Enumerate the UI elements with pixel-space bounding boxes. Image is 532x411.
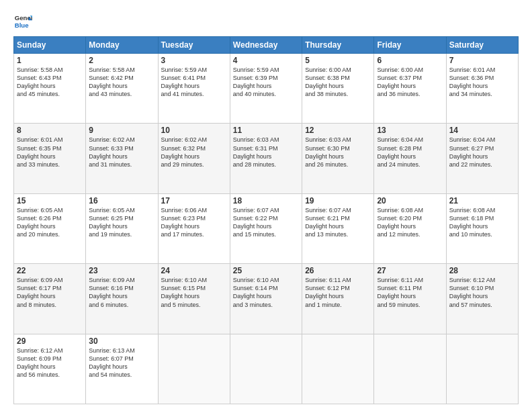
calendar-cell — [158, 334, 230, 404]
cell-details: Sunrise: 6:07 AMSunset: 6:21 PMDaylight … — [305, 207, 351, 238]
day-header-sunday: Sunday — [14, 37, 86, 54]
calendar-table: SundayMondayTuesdayWednesdayThursdayFrid… — [13, 36, 519, 404]
day-number: 1 — [17, 56, 83, 65]
calendar-cell: 16Sunrise: 6:05 AMSunset: 6:25 PMDayligh… — [86, 193, 158, 263]
day-number: 26 — [305, 266, 371, 275]
cell-details: Sunrise: 5:59 AMSunset: 6:39 PMDaylight … — [233, 66, 279, 97]
cell-details: Sunrise: 5:59 AMSunset: 6:41 PMDaylight … — [161, 66, 208, 97]
calendar-cell: 24Sunrise: 6:10 AMSunset: 6:15 PMDayligh… — [158, 264, 230, 334]
calendar-cell: 7Sunrise: 6:01 AMSunset: 6:36 PMDaylight… — [446, 54, 518, 124]
day-header-tuesday: Tuesday — [158, 37, 230, 54]
day-number: 12 — [305, 126, 371, 135]
cell-details: Sunrise: 6:10 AMSunset: 6:15 PMDaylight … — [161, 277, 208, 308]
day-number: 22 — [17, 266, 83, 275]
cell-details: Sunrise: 6:12 AMSunset: 6:09 PMDaylight … — [17, 347, 63, 378]
cell-details: Sunrise: 6:06 AMSunset: 6:23 PMDaylight … — [161, 207, 208, 238]
day-number: 10 — [161, 126, 227, 135]
cell-details: Sunrise: 6:09 AMSunset: 6:17 PMDaylight … — [17, 277, 63, 308]
calendar-cell: 25Sunrise: 6:10 AMSunset: 6:14 PMDayligh… — [230, 264, 302, 334]
cell-details: Sunrise: 6:03 AMSunset: 6:30 PMDaylight … — [305, 136, 351, 167]
day-number: 21 — [449, 196, 515, 205]
day-number: 19 — [305, 196, 371, 205]
day-number: 18 — [233, 196, 299, 205]
calendar-cell — [446, 334, 518, 404]
cell-details: Sunrise: 6:08 AMSunset: 6:18 PMDaylight … — [449, 207, 496, 238]
cell-details: Sunrise: 6:13 AMSunset: 6:07 PMDaylight … — [89, 347, 135, 378]
calendar-cell: 28Sunrise: 6:12 AMSunset: 6:10 PMDayligh… — [446, 264, 518, 334]
cell-details: Sunrise: 6:00 AMSunset: 6:37 PMDaylight … — [377, 66, 423, 97]
day-header-thursday: Thursday — [302, 37, 374, 54]
calendar-cell: 10Sunrise: 6:02 AMSunset: 6:32 PMDayligh… — [158, 124, 230, 193]
day-number: 6 — [377, 56, 443, 65]
calendar-cell: 9Sunrise: 6:02 AMSunset: 6:33 PMDaylight… — [86, 124, 158, 193]
cell-details: Sunrise: 6:01 AMSunset: 6:36 PMDaylight … — [449, 66, 496, 97]
calendar-cell — [302, 334, 374, 404]
calendar-cell: 2Sunrise: 5:58 AMSunset: 6:42 PMDaylight… — [86, 54, 158, 124]
cell-details: Sunrise: 5:58 AMSunset: 6:43 PMDaylight … — [17, 66, 63, 97]
cell-details: Sunrise: 6:04 AMSunset: 6:28 PMDaylight … — [377, 136, 423, 167]
day-header-monday: Monday — [86, 37, 158, 54]
day-number: 8 — [17, 126, 83, 135]
day-number: 2 — [89, 56, 154, 65]
day-number: 24 — [161, 266, 227, 275]
cell-details: Sunrise: 6:02 AMSunset: 6:32 PMDaylight … — [161, 136, 208, 167]
calendar-cell — [230, 334, 302, 404]
cell-details: Sunrise: 6:05 AMSunset: 6:25 PMDaylight … — [89, 207, 135, 238]
cell-details: Sunrise: 6:10 AMSunset: 6:14 PMDaylight … — [233, 277, 279, 308]
cell-details: Sunrise: 6:07 AMSunset: 6:22 PMDaylight … — [233, 207, 279, 238]
cell-details: Sunrise: 6:04 AMSunset: 6:27 PMDaylight … — [449, 136, 496, 167]
calendar-cell: 11Sunrise: 6:03 AMSunset: 6:31 PMDayligh… — [230, 124, 302, 193]
calendar-cell: 14Sunrise: 6:04 AMSunset: 6:27 PMDayligh… — [446, 124, 518, 193]
day-number: 16 — [89, 196, 154, 205]
day-number: 25 — [233, 266, 299, 275]
svg-text:Blue: Blue — [15, 21, 29, 29]
calendar-cell: 5Sunrise: 6:00 AMSunset: 6:38 PMDaylight… — [302, 54, 374, 124]
cell-details: Sunrise: 6:03 AMSunset: 6:31 PMDaylight … — [233, 136, 279, 167]
cell-details: Sunrise: 6:05 AMSunset: 6:26 PMDaylight … — [17, 207, 63, 238]
calendar-cell: 21Sunrise: 6:08 AMSunset: 6:18 PMDayligh… — [446, 193, 518, 263]
day-number: 3 — [161, 56, 227, 65]
calendar-cell: 4Sunrise: 5:59 AMSunset: 6:39 PMDaylight… — [230, 54, 302, 124]
calendar-cell: 22Sunrise: 6:09 AMSunset: 6:17 PMDayligh… — [14, 264, 86, 334]
calendar-cell: 20Sunrise: 6:08 AMSunset: 6:20 PMDayligh… — [374, 193, 446, 263]
day-number: 9 — [89, 126, 154, 135]
day-number: 14 — [449, 126, 515, 135]
calendar-cell: 13Sunrise: 6:04 AMSunset: 6:28 PMDayligh… — [374, 124, 446, 193]
day-number: 11 — [233, 126, 299, 135]
cell-details: Sunrise: 6:12 AMSunset: 6:10 PMDaylight … — [449, 277, 496, 308]
cell-details: Sunrise: 5:58 AMSunset: 6:42 PMDaylight … — [89, 66, 135, 97]
calendar-cell — [374, 334, 446, 404]
calendar-cell: 30Sunrise: 6:13 AMSunset: 6:07 PMDayligh… — [86, 334, 158, 404]
cell-details: Sunrise: 6:09 AMSunset: 6:16 PMDaylight … — [89, 277, 135, 308]
cell-details: Sunrise: 6:11 AMSunset: 6:12 PMDaylight … — [305, 277, 351, 308]
day-number: 13 — [377, 126, 443, 135]
calendar-cell: 3Sunrise: 5:59 AMSunset: 6:41 PMDaylight… — [158, 54, 230, 124]
calendar-cell: 23Sunrise: 6:09 AMSunset: 6:16 PMDayligh… — [86, 264, 158, 334]
calendar-cell: 15Sunrise: 6:05 AMSunset: 6:26 PMDayligh… — [14, 193, 86, 263]
day-number: 5 — [305, 56, 371, 65]
day-number: 23 — [89, 266, 154, 275]
day-header-saturday: Saturday — [446, 37, 518, 54]
day-number: 17 — [161, 196, 227, 205]
calendar-cell: 6Sunrise: 6:00 AMSunset: 6:37 PMDaylight… — [374, 54, 446, 124]
day-number: 28 — [449, 266, 515, 275]
calendar-cell: 1Sunrise: 5:58 AMSunset: 6:43 PMDaylight… — [14, 54, 86, 124]
day-header-friday: Friday — [374, 37, 446, 54]
cell-details: Sunrise: 6:11 AMSunset: 6:11 PMDaylight … — [377, 277, 423, 308]
day-number: 29 — [17, 336, 83, 346]
page-header: General Blue — [13, 12, 519, 31]
calendar-cell: 19Sunrise: 6:07 AMSunset: 6:21 PMDayligh… — [302, 193, 374, 263]
cell-details: Sunrise: 6:08 AMSunset: 6:20 PMDaylight … — [377, 207, 423, 238]
calendar-cell: 29Sunrise: 6:12 AMSunset: 6:09 PMDayligh… — [14, 334, 86, 404]
day-number: 27 — [377, 266, 443, 275]
cell-details: Sunrise: 6:00 AMSunset: 6:38 PMDaylight … — [305, 66, 351, 97]
logo-icon: General Blue — [13, 12, 32, 31]
day-number: 4 — [233, 56, 299, 65]
calendar-cell: 18Sunrise: 6:07 AMSunset: 6:22 PMDayligh… — [230, 193, 302, 263]
calendar-cell: 26Sunrise: 6:11 AMSunset: 6:12 PMDayligh… — [302, 264, 374, 334]
day-header-wednesday: Wednesday — [230, 37, 302, 54]
day-number: 20 — [377, 196, 443, 205]
cell-details: Sunrise: 6:01 AMSunset: 6:35 PMDaylight … — [17, 136, 63, 167]
logo: General Blue — [13, 12, 32, 31]
calendar-cell: 27Sunrise: 6:11 AMSunset: 6:11 PMDayligh… — [374, 264, 446, 334]
